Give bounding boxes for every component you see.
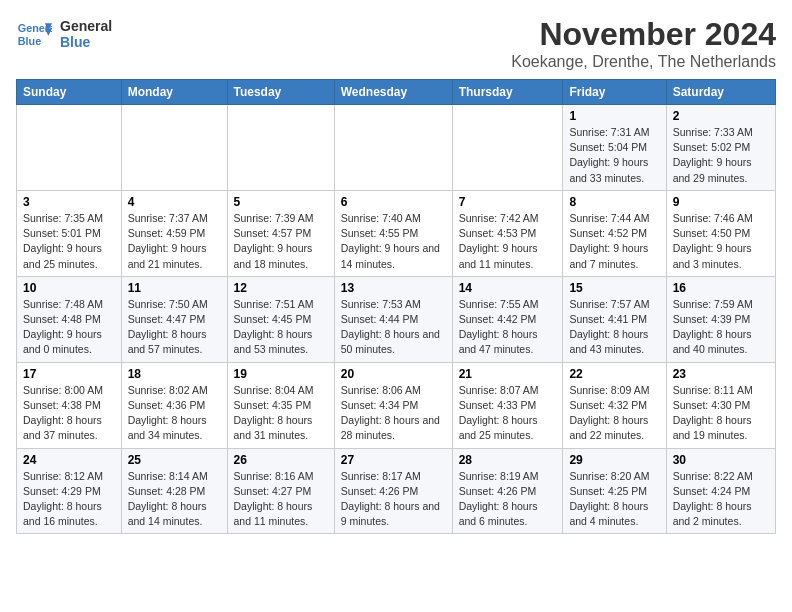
column-header-wednesday: Wednesday [334,80,452,105]
column-header-sunday: Sunday [17,80,122,105]
day-number: 28 [459,453,557,467]
day-info: Sunrise: 7:40 AMSunset: 4:55 PMDaylight:… [341,211,446,272]
calendar-header-row: SundayMondayTuesdayWednesdayThursdayFrid… [17,80,776,105]
day-cell: 9Sunrise: 7:46 AMSunset: 4:50 PMDaylight… [666,190,775,276]
day-cell: 26Sunrise: 8:16 AMSunset: 4:27 PMDayligh… [227,448,334,534]
day-info: Sunrise: 8:22 AMSunset: 4:24 PMDaylight:… [673,469,769,530]
day-number: 5 [234,195,328,209]
day-info: Sunrise: 8:11 AMSunset: 4:30 PMDaylight:… [673,383,769,444]
day-info: Sunrise: 7:53 AMSunset: 4:44 PMDaylight:… [341,297,446,358]
day-info: Sunrise: 7:31 AMSunset: 5:04 PMDaylight:… [569,125,659,186]
day-number: 17 [23,367,115,381]
day-cell: 7Sunrise: 7:42 AMSunset: 4:53 PMDaylight… [452,190,563,276]
location-title: Koekange, Drenthe, The Netherlands [511,53,776,71]
day-number: 7 [459,195,557,209]
page-header: General Blue General Blue November 2024 … [16,16,776,71]
day-info: Sunrise: 8:17 AMSunset: 4:26 PMDaylight:… [341,469,446,530]
column-header-saturday: Saturday [666,80,775,105]
day-number: 27 [341,453,446,467]
day-cell [121,105,227,191]
column-header-monday: Monday [121,80,227,105]
column-header-friday: Friday [563,80,666,105]
column-header-tuesday: Tuesday [227,80,334,105]
day-cell: 5Sunrise: 7:39 AMSunset: 4:57 PMDaylight… [227,190,334,276]
calendar-table: SundayMondayTuesdayWednesdayThursdayFrid… [16,79,776,534]
day-number: 1 [569,109,659,123]
logo: General Blue General Blue [16,16,112,52]
day-cell: 2Sunrise: 7:33 AMSunset: 5:02 PMDaylight… [666,105,775,191]
day-number: 26 [234,453,328,467]
day-cell: 3Sunrise: 7:35 AMSunset: 5:01 PMDaylight… [17,190,122,276]
day-info: Sunrise: 7:51 AMSunset: 4:45 PMDaylight:… [234,297,328,358]
day-cell: 25Sunrise: 8:14 AMSunset: 4:28 PMDayligh… [121,448,227,534]
week-row-4: 17Sunrise: 8:00 AMSunset: 4:38 PMDayligh… [17,362,776,448]
day-number: 3 [23,195,115,209]
day-number: 25 [128,453,221,467]
day-info: Sunrise: 7:33 AMSunset: 5:02 PMDaylight:… [673,125,769,186]
day-info: Sunrise: 7:55 AMSunset: 4:42 PMDaylight:… [459,297,557,358]
day-info: Sunrise: 8:06 AMSunset: 4:34 PMDaylight:… [341,383,446,444]
week-row-2: 3Sunrise: 7:35 AMSunset: 5:01 PMDaylight… [17,190,776,276]
day-cell: 30Sunrise: 8:22 AMSunset: 4:24 PMDayligh… [666,448,775,534]
day-info: Sunrise: 8:19 AMSunset: 4:26 PMDaylight:… [459,469,557,530]
day-number: 11 [128,281,221,295]
day-cell: 23Sunrise: 8:11 AMSunset: 4:30 PMDayligh… [666,362,775,448]
day-info: Sunrise: 7:46 AMSunset: 4:50 PMDaylight:… [673,211,769,272]
day-info: Sunrise: 7:39 AMSunset: 4:57 PMDaylight:… [234,211,328,272]
day-number: 8 [569,195,659,209]
day-info: Sunrise: 8:00 AMSunset: 4:38 PMDaylight:… [23,383,115,444]
day-number: 30 [673,453,769,467]
day-info: Sunrise: 7:44 AMSunset: 4:52 PMDaylight:… [569,211,659,272]
day-info: Sunrise: 7:37 AMSunset: 4:59 PMDaylight:… [128,211,221,272]
day-cell: 29Sunrise: 8:20 AMSunset: 4:25 PMDayligh… [563,448,666,534]
day-cell [334,105,452,191]
day-cell: 6Sunrise: 7:40 AMSunset: 4:55 PMDaylight… [334,190,452,276]
day-number: 24 [23,453,115,467]
day-cell: 14Sunrise: 7:55 AMSunset: 4:42 PMDayligh… [452,276,563,362]
day-cell: 22Sunrise: 8:09 AMSunset: 4:32 PMDayligh… [563,362,666,448]
day-info: Sunrise: 8:02 AMSunset: 4:36 PMDaylight:… [128,383,221,444]
day-cell: 1Sunrise: 7:31 AMSunset: 5:04 PMDaylight… [563,105,666,191]
svg-text:Blue: Blue [18,35,41,47]
day-number: 23 [673,367,769,381]
day-number: 14 [459,281,557,295]
day-info: Sunrise: 8:16 AMSunset: 4:27 PMDaylight:… [234,469,328,530]
day-cell: 21Sunrise: 8:07 AMSunset: 4:33 PMDayligh… [452,362,563,448]
day-number: 10 [23,281,115,295]
day-info: Sunrise: 8:04 AMSunset: 4:35 PMDaylight:… [234,383,328,444]
day-number: 13 [341,281,446,295]
logo-text-line1: General [60,18,112,34]
day-cell [452,105,563,191]
day-info: Sunrise: 7:42 AMSunset: 4:53 PMDaylight:… [459,211,557,272]
day-info: Sunrise: 7:57 AMSunset: 4:41 PMDaylight:… [569,297,659,358]
day-number: 16 [673,281,769,295]
day-number: 12 [234,281,328,295]
day-cell: 4Sunrise: 7:37 AMSunset: 4:59 PMDaylight… [121,190,227,276]
day-cell: 28Sunrise: 8:19 AMSunset: 4:26 PMDayligh… [452,448,563,534]
month-title: November 2024 [511,16,776,53]
day-cell: 16Sunrise: 7:59 AMSunset: 4:39 PMDayligh… [666,276,775,362]
day-cell [227,105,334,191]
day-info: Sunrise: 8:09 AMSunset: 4:32 PMDaylight:… [569,383,659,444]
day-cell: 11Sunrise: 7:50 AMSunset: 4:47 PMDayligh… [121,276,227,362]
day-info: Sunrise: 7:48 AMSunset: 4:48 PMDaylight:… [23,297,115,358]
logo-icon: General Blue [16,16,52,52]
column-header-thursday: Thursday [452,80,563,105]
day-cell: 18Sunrise: 8:02 AMSunset: 4:36 PMDayligh… [121,362,227,448]
day-cell: 12Sunrise: 7:51 AMSunset: 4:45 PMDayligh… [227,276,334,362]
day-info: Sunrise: 7:59 AMSunset: 4:39 PMDaylight:… [673,297,769,358]
day-info: Sunrise: 7:35 AMSunset: 5:01 PMDaylight:… [23,211,115,272]
day-number: 4 [128,195,221,209]
day-number: 9 [673,195,769,209]
day-cell: 8Sunrise: 7:44 AMSunset: 4:52 PMDaylight… [563,190,666,276]
day-cell: 10Sunrise: 7:48 AMSunset: 4:48 PMDayligh… [17,276,122,362]
week-row-1: 1Sunrise: 7:31 AMSunset: 5:04 PMDaylight… [17,105,776,191]
week-row-5: 24Sunrise: 8:12 AMSunset: 4:29 PMDayligh… [17,448,776,534]
day-cell: 19Sunrise: 8:04 AMSunset: 4:35 PMDayligh… [227,362,334,448]
day-number: 19 [234,367,328,381]
day-number: 20 [341,367,446,381]
day-info: Sunrise: 7:50 AMSunset: 4:47 PMDaylight:… [128,297,221,358]
day-cell: 17Sunrise: 8:00 AMSunset: 4:38 PMDayligh… [17,362,122,448]
day-info: Sunrise: 8:12 AMSunset: 4:29 PMDaylight:… [23,469,115,530]
day-number: 2 [673,109,769,123]
